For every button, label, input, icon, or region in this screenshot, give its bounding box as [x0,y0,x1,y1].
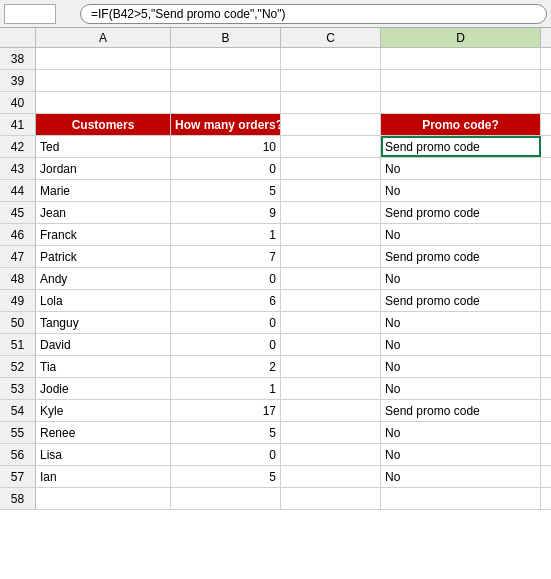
cell-e50[interactable] [541,312,551,333]
cell-c54[interactable] [281,400,381,421]
cell-e38[interactable] [541,48,551,69]
cell-a47[interactable]: Patrick [36,246,171,267]
cell-a57[interactable]: Ian [36,466,171,487]
cell-d53[interactable]: No [381,378,541,399]
cell-e58[interactable] [541,488,551,509]
cell-e47[interactable] [541,246,551,267]
col-header-d[interactable]: D [381,28,541,47]
cell-d58[interactable] [381,488,541,509]
cell-e52[interactable] [541,356,551,377]
cell-b52[interactable]: 2 [171,356,281,377]
cell-a42[interactable]: Ted [36,136,171,157]
cell-a43[interactable]: Jordan [36,158,171,179]
cell-b55[interactable]: 5 [171,422,281,443]
cell-a56[interactable]: Lisa [36,444,171,465]
cell-a48[interactable]: Andy [36,268,171,289]
cell-e56[interactable] [541,444,551,465]
cell-d47[interactable]: Send promo code [381,246,541,267]
cell-b46[interactable]: 1 [171,224,281,245]
formula-input[interactable] [80,4,547,24]
cell-e51[interactable] [541,334,551,355]
cell-d45[interactable]: Send promo code [381,202,541,223]
cell-a58[interactable] [36,488,171,509]
cell-c38[interactable] [281,48,381,69]
cell-d39[interactable] [381,70,541,91]
cell-e43[interactable] [541,158,551,179]
cell-a55[interactable]: Renee [36,422,171,443]
col-header-a[interactable]: A [36,28,171,47]
cell-b43[interactable]: 0 [171,158,281,179]
cell-d57[interactable]: No [381,466,541,487]
cell-c48[interactable] [281,268,381,289]
cell-c56[interactable] [281,444,381,465]
cell-c42[interactable] [281,136,381,157]
cell-c53[interactable] [281,378,381,399]
cell-b56[interactable]: 0 [171,444,281,465]
cell-e48[interactable] [541,268,551,289]
col-header-c[interactable]: C [281,28,381,47]
cell-a50[interactable]: Tanguy [36,312,171,333]
cell-e54[interactable] [541,400,551,421]
cell-a40[interactable] [36,92,171,113]
cell-a46[interactable]: Franck [36,224,171,245]
cell-b57[interactable]: 5 [171,466,281,487]
cell-c57[interactable] [281,466,381,487]
cell-d46[interactable]: No [381,224,541,245]
cell-d56[interactable]: No [381,444,541,465]
cell-b53[interactable]: 1 [171,378,281,399]
cell-c50[interactable] [281,312,381,333]
cell-e40[interactable] [541,92,551,113]
cell-d44[interactable]: No [381,180,541,201]
cell-d40[interactable] [381,92,541,113]
cell-b49[interactable]: 6 [171,290,281,311]
cell-a49[interactable]: Lola [36,290,171,311]
cell-d52[interactable]: No [381,356,541,377]
cell-e49[interactable] [541,290,551,311]
cell-d41[interactable]: Promo code? [381,114,541,135]
cell-c47[interactable] [281,246,381,267]
col-header-e[interactable]: E [541,28,551,47]
cell-e41[interactable] [541,114,551,135]
cell-c45[interactable] [281,202,381,223]
cell-a39[interactable] [36,70,171,91]
cell-c44[interactable] [281,180,381,201]
cell-b41[interactable]: How many orders? [171,114,281,135]
cell-d51[interactable]: No [381,334,541,355]
cell-b50[interactable]: 0 [171,312,281,333]
cell-d55[interactable]: No [381,422,541,443]
cell-c46[interactable] [281,224,381,245]
cell-e55[interactable] [541,422,551,443]
cell-c52[interactable] [281,356,381,377]
cell-c39[interactable] [281,70,381,91]
cell-reference-box[interactable] [4,4,56,24]
cell-c43[interactable] [281,158,381,179]
cell-d48[interactable]: No [381,268,541,289]
cell-c51[interactable] [281,334,381,355]
cell-d54[interactable]: Send promo code [381,400,541,421]
cell-c49[interactable] [281,290,381,311]
cell-a45[interactable]: Jean [36,202,171,223]
cell-c40[interactable] [281,92,381,113]
cell-a52[interactable]: Tia [36,356,171,377]
cell-b38[interactable] [171,48,281,69]
cell-e39[interactable] [541,70,551,91]
cell-d42[interactable]: Send promo code [381,136,541,157]
cell-d38[interactable] [381,48,541,69]
cell-d50[interactable]: No [381,312,541,333]
cell-e57[interactable] [541,466,551,487]
cell-a54[interactable]: Kyle [36,400,171,421]
cell-c55[interactable] [281,422,381,443]
cell-a51[interactable]: David [36,334,171,355]
cell-c58[interactable] [281,488,381,509]
cell-a41[interactable]: Customers [36,114,171,135]
cell-b40[interactable] [171,92,281,113]
cell-e44[interactable] [541,180,551,201]
cell-b48[interactable]: 0 [171,268,281,289]
cell-b42[interactable]: 10 [171,136,281,157]
cell-e45[interactable] [541,202,551,223]
cell-e42[interactable] [541,136,551,157]
cell-a38[interactable] [36,48,171,69]
cell-d43[interactable]: No [381,158,541,179]
cell-b51[interactable]: 0 [171,334,281,355]
cell-d49[interactable]: Send promo code [381,290,541,311]
